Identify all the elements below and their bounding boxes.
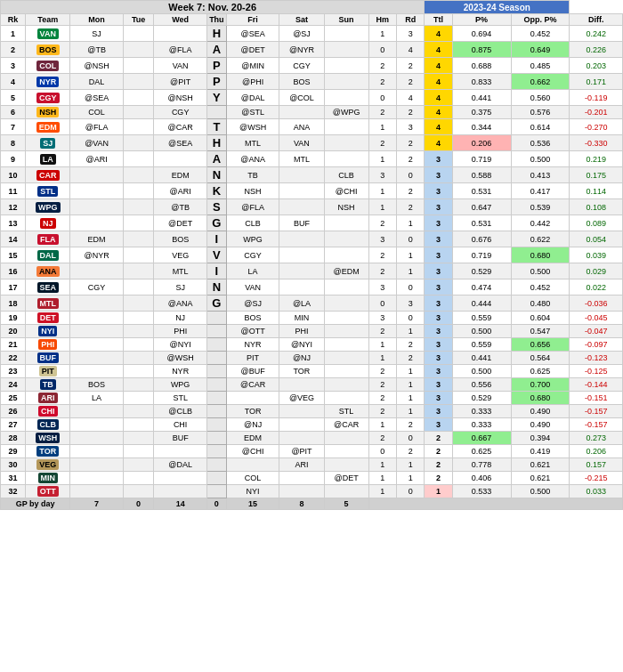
thu-cell: P <box>206 58 226 74</box>
team-badge: CGY <box>36 93 60 103</box>
sun-cell: @WPG <box>324 106 368 119</box>
team-badge: OTT <box>37 486 59 497</box>
wed-cell <box>154 485 207 498</box>
pct-cell: 0.375 <box>452 106 511 119</box>
sat-cell: VAN <box>279 135 324 151</box>
wed-cell: PHI <box>154 325 207 338</box>
team-cell: PHI <box>26 338 70 352</box>
rd-cell: 0 <box>397 167 425 183</box>
diff-col-header: Diff. <box>570 14 623 26</box>
wed-cell: @ARI <box>154 183 207 199</box>
opp-cell: 0.680 <box>511 392 570 405</box>
hm-cell: 2 <box>368 74 396 90</box>
main-container: Week 7: Nov. 20-262023-24 Season Rk Team… <box>0 0 623 510</box>
tue-cell <box>123 338 153 352</box>
rk-cell: 20 <box>1 325 26 338</box>
sun-cell <box>324 151 368 167</box>
fri-cell: VAN <box>226 279 279 296</box>
sat-cell: MTL <box>279 151 324 167</box>
mon-cell <box>70 338 124 352</box>
team-badge: BOS <box>36 45 60 55</box>
team-cell: OTT <box>26 485 70 498</box>
mon-cell: DAL <box>70 74 124 90</box>
week-header: Week 7: Nov. 20-26 <box>1 1 425 14</box>
thu-cell: N <box>206 279 226 296</box>
tue-cell <box>123 263 153 279</box>
thu-cell <box>206 458 226 472</box>
mon-col-header: Mon <box>70 14 124 26</box>
ttl-cell: 2 <box>425 458 452 472</box>
tue-cell <box>123 74 153 90</box>
table-row: 13 NJ @DET G CLB BUF 2 1 3 0.531 0.442 0… <box>1 215 623 231</box>
sun-cell <box>324 215 368 231</box>
ttl-col-header: Ttl <box>425 14 452 26</box>
wed-cell: @SEA <box>154 135 207 151</box>
sat-cell <box>279 279 324 296</box>
hm-cell: 1 <box>368 26 396 42</box>
fri-cell: @PHI <box>226 74 279 90</box>
table-row: 31 MIN COL @DET 1 1 2 0.406 0.621 -0.215 <box>1 472 623 485</box>
table-row: 17 SEA CGY SJ N VAN 3 0 3 0.474 0.452 0.… <box>1 279 623 296</box>
sun-cell: @CHI <box>324 183 368 199</box>
diff-cell: -0.215 <box>570 472 623 485</box>
tue-cell <box>123 135 153 151</box>
diff-cell: -0.330 <box>570 135 623 151</box>
team-cell: SJ <box>26 135 70 151</box>
rd-cell: 2 <box>397 183 425 199</box>
team-badge: VAN <box>37 28 59 39</box>
fri-cell: BOS <box>226 312 279 325</box>
hm-cell: 1 <box>368 183 396 199</box>
sun-cell <box>324 432 368 445</box>
sun-cell <box>324 74 368 90</box>
hm-cell: 2 <box>368 106 396 119</box>
pct-cell: 0.333 <box>452 418 511 432</box>
table-row: 9 LA @ARI A @ANA MTL 1 2 3 0.719 0.500 0… <box>1 151 623 167</box>
sat-cell: @LA <box>279 296 324 312</box>
fri-cell: CGY <box>226 247 279 263</box>
sun-cell: @CAR <box>324 418 368 432</box>
ttl-cell: 3 <box>425 352 452 365</box>
fri-cell: NSH <box>226 183 279 199</box>
table-row: 29 TOR @CHI @PIT 0 2 2 0.625 0.419 0.206 <box>1 445 623 458</box>
sun-cell <box>324 231 368 247</box>
rd-cell: 2 <box>397 106 425 119</box>
team-badge: DET <box>37 312 59 323</box>
fri-cell: @ANA <box>226 151 279 167</box>
team-cell: NSH <box>26 106 70 119</box>
fri-cell: @OTT <box>226 325 279 338</box>
ttl-cell: 2 <box>425 445 452 458</box>
rd-cell: 2 <box>397 74 425 90</box>
thu-cell <box>206 325 226 338</box>
opp-cell: 0.417 <box>511 183 570 199</box>
thu-cell: I <box>206 231 226 247</box>
team-cell: SEA <box>26 279 70 296</box>
rd-cell: 0 <box>397 279 425 296</box>
sun-cell: STL <box>324 405 368 418</box>
thu-cell: H <box>206 135 226 151</box>
thu-cell <box>206 338 226 352</box>
table-row: 15 DAL @NYR VEG V CGY 2 1 3 0.719 0.680 … <box>1 247 623 263</box>
wed-cell: MTL <box>154 263 207 279</box>
sat-cell <box>279 405 324 418</box>
pct-cell: 0.406 <box>452 472 511 485</box>
rd-cell: 2 <box>397 58 425 74</box>
table-row: 28 WSH BUF EDM 2 0 2 0.667 0.394 0.273 <box>1 432 623 445</box>
sat-cell <box>279 472 324 485</box>
sat-cell: MIN <box>279 312 324 325</box>
opp-cell: 0.500 <box>511 151 570 167</box>
diff-cell: 0.029 <box>570 263 623 279</box>
rd-cell: 1 <box>397 365 425 378</box>
sun-col-header: Sun <box>324 14 368 26</box>
opp-cell: 0.547 <box>511 325 570 338</box>
sat-cell <box>279 263 324 279</box>
pct-cell: 0.529 <box>452 263 511 279</box>
fri-col-header: Fri <box>226 14 279 26</box>
sun-cell <box>324 325 368 338</box>
fri-cell: @FLA <box>226 199 279 215</box>
team-cell: PIT <box>26 365 70 378</box>
hm-cell: 1 <box>368 485 396 498</box>
tue-cell <box>123 325 153 338</box>
pct-cell: 0.694 <box>452 26 511 42</box>
team-badge: WSH <box>36 433 60 443</box>
pct-cell: 0.531 <box>452 183 511 199</box>
